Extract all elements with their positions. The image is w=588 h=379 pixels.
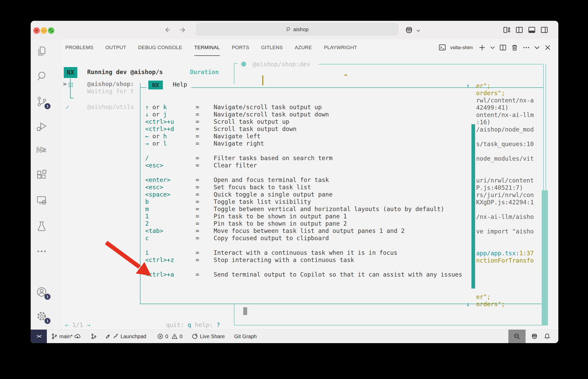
launchpad-status-item[interactable]: Launchpad <box>105 333 146 339</box>
output-line: ontent/nx-ai-llm <box>476 111 534 119</box>
output-line: rwl/content/nx-a <box>476 97 534 104</box>
git-branch-icon <box>51 333 57 339</box>
help-row: 1= Pin task to be shown in output pane 1 <box>145 213 462 220</box>
customize-layout-button[interactable] <box>503 26 512 35</box>
copilot-status-item[interactable] <box>531 333 538 340</box>
activity-bar-files-icon[interactable] <box>36 45 47 57</box>
split-terminal-button[interactable] <box>499 44 507 51</box>
output-line: er"; <box>476 293 534 300</box>
activity-bar-accounts-icon[interactable]: 1 <box>36 286 47 298</box>
navigate-back-button[interactable] <box>164 27 171 33</box>
tab-azure[interactable]: AZURE <box>295 39 312 56</box>
new-terminal-button[interactable] <box>478 44 486 51</box>
tab-debug-console[interactable]: DEBUG CONSOLE <box>138 39 182 56</box>
git-graph-status-item[interactable]: Git Graph <box>234 334 257 339</box>
minimize-window-button[interactable]: — <box>41 27 47 34</box>
close-window-button[interactable]: ✕ <box>33 27 40 34</box>
toggle-secondary-sidebar-button[interactable] <box>540 26 549 35</box>
tab-terminal[interactable]: TERMINAL <box>194 39 220 56</box>
pager-left-arrow-icon[interactable]: ← <box>65 322 69 328</box>
task-item-utils[interactable]: @aishop/utils <box>87 103 134 110</box>
task-tree-line-foot <box>70 98 73 99</box>
output-scrollbar-thumb[interactable] <box>471 124 475 289</box>
zoom-icon <box>49 29 53 32</box>
help-nx-badge: NX <box>148 81 163 89</box>
scroll-down-indicator: ↓ <box>466 300 470 308</box>
zoom-window-button[interactable] <box>48 27 54 34</box>
branch-status-item[interactable]: main* <box>51 333 81 339</box>
tab-ports[interactable]: PORTS <box>232 39 249 56</box>
red-annotation-arrow <box>103 240 155 279</box>
activity-bar-run-debug-icon[interactable] <box>36 121 47 132</box>
activity-bar-settings-gear-icon[interactable]: 1 <box>36 310 47 322</box>
activity-bar-more-icon[interactable] <box>36 246 47 257</box>
badge: 1 <box>44 294 50 300</box>
activity-bar-source-control-icon[interactable]: 1 <box>36 96 47 107</box>
badge: 1 <box>44 103 50 109</box>
help-label: help: <box>195 322 213 328</box>
activity-bar-remote-explorer-icon[interactable] <box>36 195 47 206</box>
close-panel-button[interactable] <box>544 44 552 51</box>
badge: 1 <box>44 318 50 324</box>
help-row: ← or h= Navigate left <box>145 133 462 140</box>
more-actions-button[interactable] <box>522 44 530 51</box>
pager-right-arrow-icon[interactable]: → <box>87 322 90 328</box>
help-row: <ctrl>+z= Stop interacting with a contin… <box>145 256 462 264</box>
copilot-menu-button[interactable] <box>405 26 413 35</box>
help-row: → or l= Navigate right <box>145 140 462 147</box>
toggle-primary-sidebar-button[interactable] <box>515 26 524 35</box>
activity-bar: 1N≥11 <box>31 39 62 330</box>
tab-playwright[interactable]: PLAYWRIGHT <box>324 39 357 56</box>
output-line <box>476 133 534 140</box>
vscode-window: ✕ — aishop <box>31 21 558 343</box>
tab-output[interactable]: OUTPUT <box>105 39 126 56</box>
screencast-zoom-cell[interactable] <box>508 330 526 343</box>
terminal-name[interactable]: volta-shim <box>450 45 473 50</box>
output-pane-corner-stub <box>234 63 238 64</box>
remote-icon: >< <box>37 334 41 339</box>
terminal-scrollbar-thumb[interactable] <box>542 190 548 325</box>
task-check-icon: ✓ <box>66 103 69 111</box>
output-pane-border-bottom <box>234 325 544 325</box>
arrow-left-icon <box>164 27 171 33</box>
output-line: er"; <box>476 82 534 89</box>
running-task-title: Running dev @aishop/s <box>87 69 163 75</box>
problems-status-item[interactable]: 0 0 <box>157 333 182 339</box>
rocket-icon-2 <box>112 333 119 339</box>
scroll-up-indicator: ↑ <box>466 82 470 89</box>
output-line <box>476 206 534 213</box>
task-item-shop[interactable]: @aishop/shop: <box>87 81 134 87</box>
remote-indicator[interactable]: >< <box>31 330 47 343</box>
toggle-panel-button[interactable] <box>528 26 536 35</box>
output-line <box>476 220 534 228</box>
hide-panel-button[interactable] <box>534 44 540 51</box>
help-row: ↑ or k= Navigate/scroll task output up <box>145 103 462 111</box>
minimap-block <box>243 307 247 315</box>
svg-text:≥: ≥ <box>42 146 46 153</box>
help-row: b= Toggle task list visibility <box>145 198 462 205</box>
search-icon <box>286 27 291 32</box>
output-line: orders"; <box>476 300 534 308</box>
kill-terminal-button[interactable] <box>511 44 519 51</box>
live-share-status-item[interactable]: Live Share <box>192 333 225 339</box>
help-row: <enter>= Open and focus terminal for tas… <box>145 176 462 184</box>
help-row: i= Interact with a continuous task when … <box>145 249 462 256</box>
tab-gitlens[interactable]: GITLENS <box>261 39 283 56</box>
output-line: /nx-ai-llm/aisho <box>476 213 534 220</box>
terminal-dropdown-button[interactable] <box>490 44 495 51</box>
activity-bar-nx-console-icon[interactable]: N≥ <box>36 144 47 155</box>
output-pane-border-top <box>319 64 542 64</box>
command-center-search[interactable]: aishop <box>196 23 398 35</box>
help-row-blank <box>145 242 462 249</box>
activity-bar-testing-icon[interactable] <box>36 220 47 232</box>
warnings-icon <box>171 333 178 339</box>
navigate-forward-button[interactable] <box>179 27 186 33</box>
quit-label: quit: <box>166 322 184 328</box>
pipeline-status-item[interactable] <box>91 333 97 339</box>
notifications-status-item[interactable] <box>544 333 551 340</box>
tab-problems[interactable]: PROBLEMS <box>65 39 93 56</box>
activity-bar-extensions-icon[interactable] <box>36 169 47 180</box>
output-line: :16) <box>476 119 534 126</box>
activity-bar-search-icon[interactable] <box>36 70 47 82</box>
errors-count: 0 <box>165 334 168 339</box>
